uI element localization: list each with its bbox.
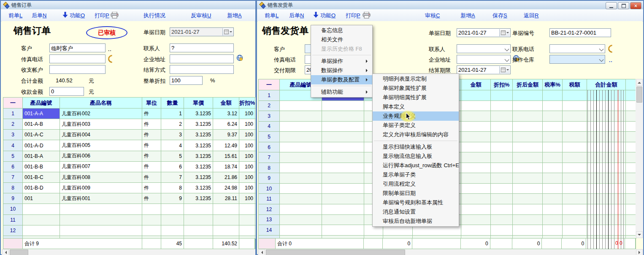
table-cell[interactable]: 3.1235 <box>184 140 213 150</box>
table-cell[interactable] <box>563 204 587 214</box>
table-cell[interactable] <box>491 152 513 163</box>
table-cell[interactable] <box>587 225 626 235</box>
table-cell[interactable]: 3.1235 <box>184 183 213 193</box>
table-cell[interactable] <box>626 132 636 142</box>
table-cell[interactable] <box>513 132 543 142</box>
menu-item[interactable]: 单据编号规则和基本属性 <box>373 198 459 207</box>
scrollbar-thumb[interactable] <box>10 250 28 255</box>
table-cell[interactable] <box>280 142 322 152</box>
table-cell[interactable]: 100 <box>239 109 255 119</box>
table-cell[interactable] <box>461 132 491 142</box>
table-cell[interactable] <box>461 152 491 163</box>
table-cell[interactable] <box>587 122 626 132</box>
table-cell[interactable] <box>626 111 636 121</box>
menu-item[interactable]: 单据明细属性扩展 <box>373 93 459 102</box>
table-cell[interactable] <box>461 194 491 204</box>
menu-item[interactable]: 显示扫描快速输入板 <box>373 142 459 152</box>
table-cell[interactable] <box>23 204 60 214</box>
table-cell[interactable] <box>626 215 636 225</box>
table-cell[interactable] <box>280 225 322 235</box>
table-cell[interactable] <box>626 204 636 214</box>
table-cell[interactable] <box>587 152 626 163</box>
table-cell[interactable]: 5 <box>161 151 184 161</box>
table-cell[interactable]: 儿童百科001 <box>60 193 142 203</box>
table-cell[interactable] <box>491 163 513 173</box>
menu-item[interactable]: 显示历史价格 F8 <box>311 44 372 54</box>
table-cell[interactable] <box>513 215 543 225</box>
table-cell[interactable] <box>513 122 543 132</box>
table-cell[interactable] <box>461 101 491 111</box>
table-cell[interactable] <box>23 225 60 236</box>
account-field[interactable] <box>49 65 106 74</box>
table-cell[interactable]: 001-B-A <box>23 151 60 161</box>
table-cell[interactable] <box>543 111 563 121</box>
table-cell[interactable] <box>239 225 255 236</box>
table-cell[interactable] <box>563 173 587 183</box>
table-cell[interactable] <box>491 215 513 225</box>
column-header[interactable]: 税額 <box>563 79 587 90</box>
table-cell[interactable] <box>322 111 364 121</box>
table-cell[interactable]: 件 <box>142 140 161 150</box>
table-cell[interactable] <box>491 101 513 111</box>
table-cell[interactable]: 21.86 <box>213 172 239 182</box>
table-cell[interactable]: 100 <box>239 151 255 161</box>
table-cell[interactable] <box>491 142 513 152</box>
table-cell[interactable] <box>543 194 563 204</box>
table-cell[interactable]: 件 <box>142 183 161 193</box>
menu-item[interactable]: 引用流程定义 <box>373 179 459 189</box>
column-header[interactable]: 折扣% <box>491 79 513 90</box>
discount-field[interactable]: 100 <box>170 76 203 85</box>
table-cell[interactable] <box>213 215 239 225</box>
doc-no-field[interactable]: BB-21-01-27-0001 <box>549 28 611 37</box>
menu-item[interactable]: 备忘信息 <box>311 26 372 35</box>
table-cell[interactable]: 001-A-C <box>23 130 60 140</box>
toolbar-button-功能[interactable]: 功能O <box>70 12 85 19</box>
table-cell[interactable] <box>461 90 491 100</box>
table-cell[interactable] <box>626 152 636 163</box>
table-cell[interactable] <box>239 215 255 225</box>
scroll-left-button[interactable] <box>2 249 9 255</box>
table-cell[interactable] <box>513 90 543 100</box>
table-cell[interactable] <box>322 142 364 152</box>
table-cell[interactable] <box>543 90 563 100</box>
table-cell[interactable] <box>491 204 513 214</box>
table-cell[interactable]: 15.61 <box>213 151 239 161</box>
table-cell[interactable] <box>322 173 364 183</box>
table-cell[interactable] <box>587 184 626 194</box>
column-header[interactable]: 單位 <box>142 98 161 108</box>
table-cell[interactable] <box>491 173 513 183</box>
calendar-icon[interactable] <box>499 66 510 73</box>
table-cell[interactable] <box>543 163 563 173</box>
table-cell[interactable] <box>322 152 364 163</box>
menu-item[interactable]: 单据对象属性扩展 <box>373 84 459 93</box>
table-cell[interactable] <box>461 173 491 183</box>
address-field[interactable] <box>170 54 234 63</box>
menu-item[interactable]: 运行脚本adjust_row函数 Ctrl+E <box>373 161 459 170</box>
table-cell[interactable] <box>491 90 513 100</box>
table-cell[interactable] <box>513 163 543 173</box>
table-cell[interactable]: 件 <box>142 193 161 203</box>
table-cell[interactable]: 儿童百科005 <box>60 140 142 150</box>
table-cell[interactable]: 件 <box>142 172 161 182</box>
table-cell[interactable]: 儿童百科002 <box>60 109 142 119</box>
table-cell[interactable]: 3 <box>161 130 184 140</box>
table-cell[interactable] <box>322 132 364 142</box>
menu-item[interactable]: 脚本定义 <box>373 102 459 111</box>
table-cell[interactable] <box>60 225 142 236</box>
table-cell[interactable] <box>626 225 636 235</box>
table-cell[interactable]: 3.1235 <box>184 162 213 172</box>
menu-item[interactable]: 业务规则定义 <box>373 111 459 121</box>
table-cell[interactable] <box>280 173 322 183</box>
table-cell[interactable] <box>587 111 626 121</box>
table-cell[interactable] <box>322 122 364 132</box>
table-cell[interactable]: 100 <box>239 140 255 150</box>
toolbar-button-反审核[interactable]: 反审核U <box>191 12 211 19</box>
table-cell[interactable] <box>626 163 636 173</box>
table-cell[interactable] <box>626 122 636 132</box>
table-cell[interactable] <box>161 204 184 214</box>
table-cell[interactable] <box>161 215 184 225</box>
table-cell[interactable]: 件 <box>142 151 161 161</box>
table-cell[interactable] <box>626 173 636 183</box>
calendar-icon[interactable] <box>499 29 510 36</box>
contact-combo[interactable] <box>457 44 511 53</box>
